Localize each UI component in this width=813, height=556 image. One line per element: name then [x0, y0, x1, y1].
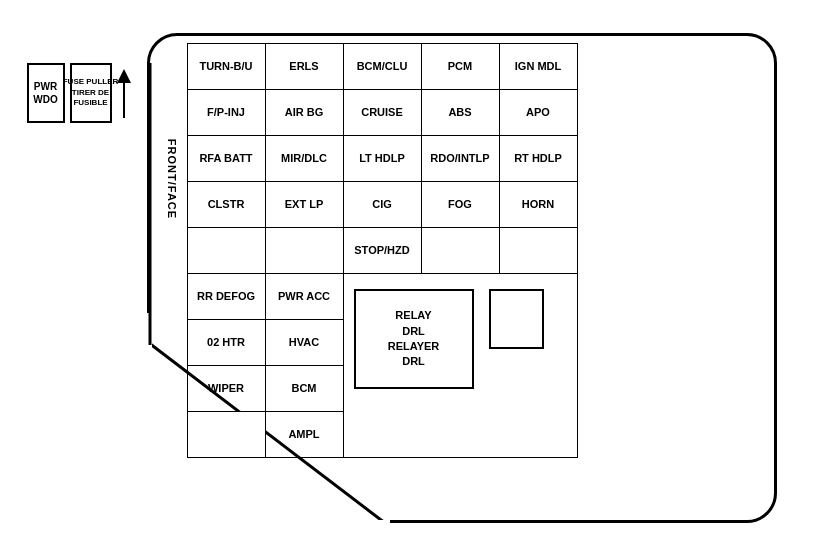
cell-2-0: RFA BATT	[187, 136, 265, 182]
cell-8-1: AMPL	[265, 412, 343, 458]
small-relay-box	[489, 289, 544, 349]
arrow-head	[117, 69, 131, 83]
arrow-up	[117, 69, 131, 118]
cell-1-3: ABS	[421, 90, 499, 136]
cell-2-4: RT HDLP	[499, 136, 577, 182]
cell-4-1	[265, 228, 343, 274]
relay-drl-text: RELAY DRL RELAYER DRL	[388, 308, 440, 370]
cell-7-0: WIPER	[187, 366, 265, 412]
cell-1-1: AIR BG	[265, 90, 343, 136]
fuse-grid-table: TURN-B/U ERLS BCM/CLU PCM IGN MDL F/P-IN…	[187, 43, 578, 458]
cell-8-0	[187, 412, 265, 458]
cell-6-1: HVAC	[265, 320, 343, 366]
left-labels-area: PWR WDO FUSE PULLER TIRER DE FUSIBLE	[27, 63, 131, 123]
table-row: RFA BATT MIR/DLC LT HDLP RDO/INTLP RT HD…	[187, 136, 577, 182]
fuse-pull-box: FUSE PULLER TIRER DE FUSIBLE	[70, 63, 112, 123]
arrow-line	[123, 83, 125, 118]
cell-4-4	[499, 228, 577, 274]
cell-1-2: CRUISE	[343, 90, 421, 136]
cell-6-0: 02 HTR	[187, 320, 265, 366]
fuse-pull-label: FUSE PULLER TIRER DE FUSIBLE	[63, 77, 119, 108]
table-row: STOP/HZD	[187, 228, 577, 274]
cell-3-1: EXT LP	[265, 182, 343, 228]
cell-3-3: FOG	[421, 182, 499, 228]
cell-0-1: ERLS	[265, 44, 343, 90]
svg-rect-2	[17, 493, 152, 543]
cell-5-2: RELAY DRL RELAYER DRL	[343, 274, 577, 458]
cell-4-3	[421, 228, 499, 274]
cell-2-2: LT HDLP	[343, 136, 421, 182]
pwr-wdo-box: PWR WDO	[27, 63, 65, 123]
cell-0-2: BCM/CLU	[343, 44, 421, 90]
cell-7-1: BCM	[265, 366, 343, 412]
cell-3-2: CIG	[343, 182, 421, 228]
cell-5-1: PWR ACC	[265, 274, 343, 320]
svg-rect-4	[150, 520, 390, 543]
cell-3-4: HORN	[499, 182, 577, 228]
cell-4-0	[187, 228, 265, 274]
cell-0-0: TURN-B/U	[187, 44, 265, 90]
table-row: F/P-INJ AIR BG CRUISE ABS APO	[187, 90, 577, 136]
table-row: RR DEFOG PWR ACC RELAY DRL RELAYER DRL	[187, 274, 577, 320]
cell-0-4: IGN MDL	[499, 44, 577, 90]
front-face-label: FRONT/FACE	[166, 139, 178, 219]
relay-drl-box: RELAY DRL RELAYER DRL	[354, 289, 474, 389]
cell-3-0: CLSTR	[187, 182, 265, 228]
cell-1-4: APO	[499, 90, 577, 136]
cell-2-1: MIR/DLC	[265, 136, 343, 182]
svg-rect-3	[17, 313, 152, 543]
cell-4-2: STOP/HZD	[343, 228, 421, 274]
cell-1-0: F/P-INJ	[187, 90, 265, 136]
pwr-wdo-label: PWR WDO	[33, 80, 57, 106]
cell-2-3: RDO/INTLP	[421, 136, 499, 182]
cell-0-3: PCM	[421, 44, 499, 90]
diagram-container: PWR WDO FUSE PULLER TIRER DE FUSIBLE FRO…	[17, 13, 797, 543]
table-row: TURN-B/U ERLS BCM/CLU PCM IGN MDL	[187, 44, 577, 90]
cell-5-0: RR DEFOG	[187, 274, 265, 320]
table-row: CLSTR EXT LP CIG FOG HORN	[187, 182, 577, 228]
